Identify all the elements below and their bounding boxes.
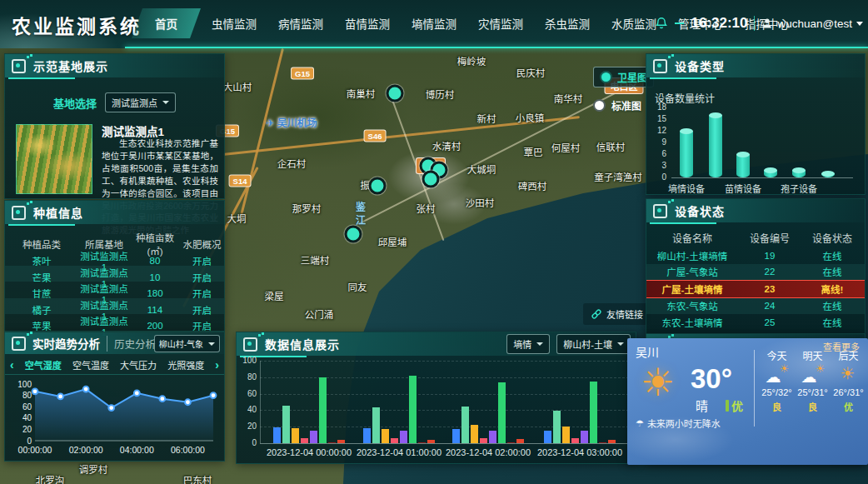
panel-title: 示范基地展示: [33, 57, 108, 74]
chevron-right-icon[interactable]: ›: [215, 359, 219, 371]
bar-blue[interactable]: [544, 431, 551, 443]
collapse-dash-icon[interactable]: [675, 22, 684, 24]
forecast-temps: 26°/31°: [833, 387, 863, 397]
cylinder-bar[interactable]: [680, 131, 693, 177]
bar-orange_red[interactable]: [608, 440, 616, 443]
bar-blue[interactable]: [273, 427, 281, 443]
bar-group: [273, 377, 345, 443]
bar-orange_red[interactable]: [337, 440, 345, 443]
panel-header: 设备类型: [646, 54, 865, 77]
bar-darkred[interactable]: [599, 442, 606, 443]
layer-label: 标准图: [611, 98, 641, 112]
device-row[interactable]: 柳山村-土壤墒情19在线: [646, 247, 865, 264]
device-row[interactable]: 广屋-土壤墒情23离线!: [646, 280, 865, 298]
panel-header: 种植信息: [5, 201, 224, 224]
bar-yellow[interactable]: [382, 429, 389, 443]
table-row[interactable]: 甘蔗测试监测点1180开启: [5, 282, 224, 298]
y-tick: 60: [22, 402, 32, 412]
bar-green[interactable]: [590, 382, 597, 443]
device-name: 东农-土壤墒情: [646, 316, 738, 329]
metric-select[interactable]: 墒情: [506, 334, 550, 354]
user-menu[interactable]: wuchuan@test: [761, 17, 863, 30]
y-axis: [260, 361, 261, 443]
bar-darkred[interactable]: [418, 442, 426, 443]
map-place-label: 同友: [348, 280, 367, 293]
forecast-day-label: 后天: [838, 348, 858, 362]
bar-orange_red[interactable]: [516, 439, 524, 443]
bar-mint[interactable]: [372, 407, 380, 443]
bar-blue[interactable]: [363, 428, 371, 443]
table-header-row: 设备名称设备编号设备状态: [646, 227, 865, 247]
device-row[interactable]: 东农-土壤墒情25在线: [646, 314, 865, 331]
bar-orange_red[interactable]: [427, 440, 435, 443]
friendly-links-button[interactable]: 友情链接: [583, 303, 651, 325]
table-row[interactable]: 芒果测试监测点110开启: [5, 266, 224, 282]
site-marker[interactable]: [345, 226, 362, 243]
bar-pink[interactable]: [391, 438, 398, 443]
nav-tab[interactable]: 首页: [132, 8, 201, 38]
nav-tab[interactable]: 灾情监测: [467, 9, 534, 37]
nav-tab[interactable]: 虫情监测: [201, 9, 267, 37]
cylinder-bar[interactable]: [709, 115, 722, 177]
y-tick: 80: [22, 391, 32, 400]
trend-tab[interactable]: 光照强度: [167, 358, 204, 372]
bar-blue[interactable]: [452, 429, 460, 443]
nav-tab[interactable]: 苗情监测: [334, 9, 401, 37]
bar-green[interactable]: [409, 376, 417, 443]
nav-underline: [125, 47, 868, 48]
bar-darkred[interactable]: [328, 442, 336, 443]
nav-tab[interactable]: 病情监测: [267, 9, 334, 37]
y-tick: 80: [237, 372, 257, 382]
trend-tab[interactable]: 空气温度: [72, 358, 109, 372]
bar-yellow[interactable]: [471, 425, 478, 443]
nav-tab[interactable]: 杀虫监测: [534, 9, 601, 37]
bar-mint[interactable]: [553, 411, 561, 443]
site-marker[interactable]: [387, 85, 404, 102]
station-select[interactable]: 柳山村-气象: [154, 335, 220, 352]
metric-select-value: 墒情: [513, 337, 531, 351]
bar-green[interactable]: [319, 377, 327, 443]
table-row[interactable]: 茶叶测试监测点180开启: [5, 249, 224, 266]
bar-purple[interactable]: [400, 431, 407, 443]
site-marker[interactable]: [422, 171, 440, 188]
history-analysis-link[interactable]: 历史分析: [107, 336, 156, 352]
station-select-value: 柳山村-气象: [159, 337, 203, 350]
chevron-down-icon: [536, 342, 543, 346]
chevron-left-icon[interactable]: ‹: [10, 359, 14, 371]
bar-yellow[interactable]: [292, 428, 299, 443]
forecast-day-label: 明天: [802, 348, 822, 362]
bar-purple[interactable]: [310, 431, 317, 443]
device-select[interactable]: 柳山村-土壤: [556, 334, 631, 354]
bar-pink[interactable]: [301, 438, 308, 443]
panel-data-info: 数据信息展示 墒情 柳山村-土壤 0204060801002023-12-04 …: [236, 332, 636, 464]
table-row[interactable]: 橘子测试监测点1114开启: [5, 298, 224, 315]
bar-green[interactable]: [498, 382, 506, 443]
bar-purple[interactable]: [581, 431, 588, 443]
base-select[interactable]: 测试监测点: [105, 92, 176, 112]
bar-yellow[interactable]: [562, 427, 570, 443]
device-row[interactable]: 广屋-气象站22在线: [646, 264, 865, 281]
map-place-label: 企石村: [277, 157, 307, 170]
device-row[interactable]: 东农-气象站24在线: [646, 298, 865, 315]
column-header: 设备编号: [738, 231, 801, 245]
sun-icon: ☀: [641, 363, 675, 402]
table-cell: 180: [130, 288, 180, 298]
bar-mint[interactable]: [282, 406, 290, 443]
cylinder-bar[interactable]: [736, 154, 750, 177]
trend-tab[interactable]: 大气压力: [120, 358, 157, 372]
bar-pink[interactable]: [571, 438, 579, 443]
cylinder-bar[interactable]: [764, 170, 777, 177]
weather-forecast: 今天☀☁25°/32°良明天☀☁25°/31°良后天☀26°/31°优: [759, 348, 866, 413]
bar-purple[interactable]: [489, 431, 496, 443]
map-place-label: 大城垌: [467, 162, 496, 176]
bar-darkred[interactable]: [507, 442, 515, 443]
trend-tab[interactable]: 空气湿度: [25, 358, 62, 372]
site-marker[interactable]: [369, 177, 387, 195]
bar-pink[interactable]: [480, 438, 487, 443]
cylinder-bar[interactable]: [792, 170, 806, 177]
bell-icon[interactable]: [655, 17, 668, 30]
bar-mint[interactable]: [461, 407, 469, 443]
table-row[interactable]: 苹果测试监测点1200开启: [5, 314, 224, 331]
device-name: 东农-气象站: [646, 299, 738, 312]
nav-tab[interactable]: 墒情监测: [401, 9, 467, 37]
